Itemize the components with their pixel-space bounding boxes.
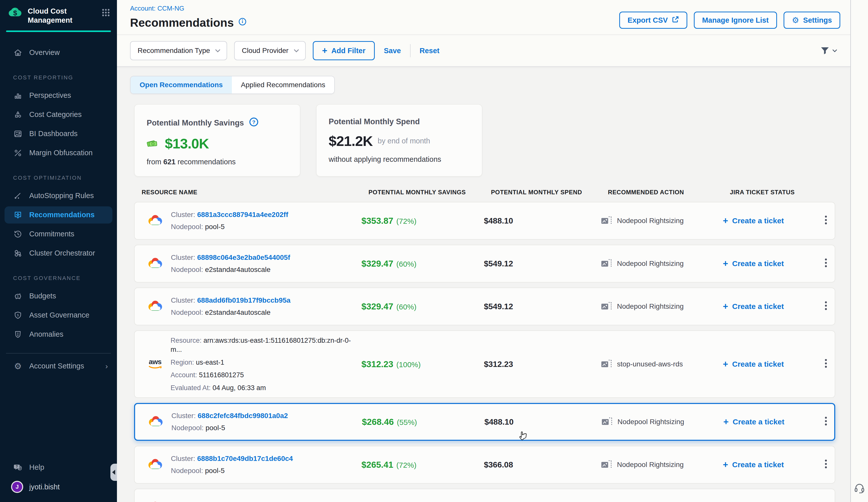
sidebar-item-bi-dashboards[interactable]: BI Dashboards [0,125,117,143]
savings-amount: $268.46 [362,417,394,427]
sidebar-item-recommendations[interactable]: Recommendations [4,206,112,223]
resource-link[interactable]: 68898c064e3e2ba0e544005f [197,253,290,261]
settings-button[interactable]: ⚙ Settings [784,12,840,29]
sidebar-item-anomalies[interactable]: Anomalies [0,326,117,343]
recommended-action-cell: Nodepool Rightsizing [601,216,723,226]
row-menu-button[interactable] [822,212,830,230]
resource-link[interactable]: 688c2fefc84fbdc99801a0a2 [198,412,288,420]
resource-link[interactable]: 6881a3ccc887941a4ee202ff [197,211,288,219]
create-ticket-button[interactable]: +Create a ticket [723,460,817,469]
sidebar-item-account-settings[interactable]: ⚙Account Settings› [0,358,117,375]
gcp-icon [147,415,164,429]
sidebar-item-commitments[interactable]: Commitments [0,226,117,243]
svg-text:?: ? [16,464,18,469]
savings-cell: $329.47(60%) [361,301,484,312]
resource-link[interactable]: 6888b1c70e49db17c1de60c4 [197,454,293,462]
manage-ignore-list-button[interactable]: Manage Ignore List [694,12,777,29]
create-ticket-button[interactable]: +Create a ticket [723,359,817,369]
sidebar-item-overview[interactable]: Overview [0,44,117,61]
plus-icon: + [723,359,728,369]
detail-label: Nodepool: [171,467,205,474]
potential-monthly-savings-card: Potential Monthly Savings ? [134,104,300,177]
sidebar-item-label: Commitments [29,230,74,238]
create-ticket-button[interactable]: +Create a ticket [723,417,818,426]
tab-open-recommendations[interactable]: Open Recommendations [131,76,232,94]
filter-bar: Recommendation Type Cloud Provider + Add… [117,34,850,67]
resource-detail-line: Resource: arn:aws:rds:us-east-1:51161680… [170,336,358,354]
row-menu-button[interactable] [822,499,830,502]
account-breadcrumb[interactable]: Account: CCM-NG [130,4,247,12]
sidebar-item-budgets[interactable]: $Budgets [0,287,117,305]
sidebar-item-asset-governance[interactable]: $Asset Governance [0,307,117,324]
table-row[interactable]: Cluster: 688c2fefc84fbdc99801a0a2Nodepoo… [134,403,835,441]
sidebar-collapse-handle[interactable] [110,464,117,481]
detail-value: pool-5 [205,467,225,474]
resource-detail-line: Nodepool: e2standar4autoscale [171,265,290,274]
sidebar: $ Cloud Cost Management OverviewCOST REP… [0,0,117,502]
savings-card-title: Potential Monthly Savings [147,118,244,127]
table-row[interactable]: Cluster: 6888b1c70e49db17c1de60c4Nodepoo… [134,446,835,484]
plus-icon: + [723,302,728,311]
sidebar-item-perspectives[interactable]: Perspectives [0,87,117,104]
chevron-down-icon [215,49,220,52]
recommended-action-cell: Nodepool Rightsizing [601,302,723,311]
app-title: Cloud Cost Management [28,7,97,25]
sidebar-item-help[interactable]: ? Help [0,459,117,476]
reset-filter-button[interactable]: Reset [417,46,442,55]
export-csv-button[interactable]: Export CSV [619,12,687,29]
row-menu-button[interactable] [822,356,830,373]
collapse-arrow-icon [112,470,115,475]
summary-cards: Potential Monthly Savings ? [134,104,837,177]
recommendation-count: 621 [163,158,175,166]
table-header-row: RESOURCE NAME POTENTIAL MONTHLY SAVINGS … [134,189,835,196]
row-menu-button[interactable] [822,413,830,431]
tab-applied-recommendations[interactable]: Applied Recommendations [232,76,334,94]
header-actions: Export CSV Manage Ignore List ⚙ [619,12,840,29]
help-circle-icon[interactable]: ? [249,117,259,129]
sidebar-item-cost-categories[interactable]: Cost Categories [0,106,117,123]
detail-value: e2standar4autoscale [205,265,270,273]
sidebar-item-cluster-orchestrator[interactable]: Cluster Orchestrator [0,245,117,262]
save-filter-button[interactable]: Save [382,46,403,55]
table-row[interactable]: Cluster: 6886e92f59a48cad86b5b1c6$244.05… [134,489,835,502]
table-row[interactable]: Cluster: 6881a3ccc887941a4ee202ffNodepoo… [134,202,835,240]
create-ticket-button[interactable]: +Create a ticket [723,216,817,225]
sidebar-item-label: Account Settings [29,362,84,370]
recommendation-type-dropdown[interactable]: Recommendation Type [130,41,227,60]
shield_dollar-icon: $ [13,311,23,320]
filter-panel-toggle[interactable] [820,46,837,55]
gear-icon: ⚙ [13,361,23,371]
action-label: Nodepool Rightsizing [618,418,684,426]
recommended-action-cell: Nodepool Rightsizing [601,259,723,269]
add-filter-button[interactable]: + Add Filter [313,41,375,60]
row-menu-button[interactable] [822,456,830,473]
user-profile[interactable]: J jyoti.bisht [0,478,117,496]
module-grid-icon[interactable] [102,9,110,19]
row-menu-button[interactable] [822,255,830,272]
action-label: Nodepool Rightsizing [617,461,684,469]
create-ticket-button[interactable]: +Create a ticket [723,259,817,268]
table-row[interactable]: awsResource: arn:aws:rds:us-east-1:51161… [134,331,835,398]
table-row[interactable]: Cluster: 68898c064e3e2ba0e544005fNodepoo… [134,245,835,282]
create-ticket-button[interactable]: +Create a ticket [723,302,817,311]
savings-percent: (55%) [397,418,417,426]
sidebar-item-margin-obfuscation[interactable]: Margin Obfuscation [0,144,117,161]
savings-percent: (100%) [396,360,421,369]
content-wrap: Account: CCM-NG Recommendations [117,0,850,502]
savings-cell: $353.87(72%) [361,216,484,226]
support-headset-icon[interactable] [854,482,865,496]
col-recommended-action: RECOMMENDED ACTION [608,189,730,196]
divider [410,44,411,57]
rightsizing-icon [601,302,612,311]
detail-label: Nodepool: [171,265,205,273]
action-label: Nodepool Rightsizing [617,302,684,311]
info-icon[interactable] [238,18,247,28]
sidebar-item-autostopping-rules[interactable]: AutoStopping Rules [0,187,117,205]
cloud-provider-dropdown[interactable]: Cloud Provider [234,41,306,60]
col-jira-ticket-status: JIRA TICKET STATUS [730,189,824,196]
table-row[interactable]: Cluster: 688add6fb019b17f9bccb95aNodepoo… [134,287,835,325]
resource-link[interactable]: 688add6fb019b17f9bccb95a [197,296,290,304]
recommended-action-cell: Nodepool Rightsizing [601,460,723,470]
sidebar-item-label: Anomalies [29,330,63,338]
row-menu-button[interactable] [822,298,830,315]
